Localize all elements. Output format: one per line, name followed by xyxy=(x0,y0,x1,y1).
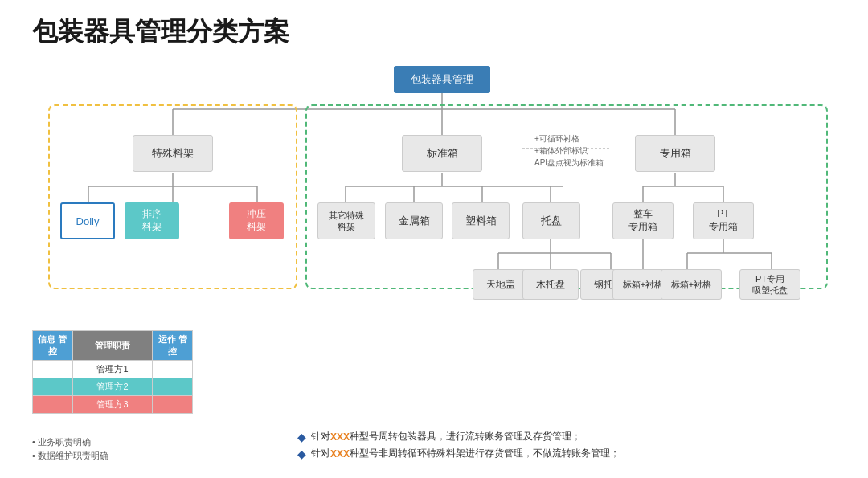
pallet-node: 托盘 xyxy=(522,202,580,239)
note-1-before: 针对 xyxy=(311,430,330,443)
yellow-group-box xyxy=(48,104,297,289)
diamond-icon-1: ◆ xyxy=(297,431,306,443)
bullet-1: • 业务职责明确 xyxy=(32,436,108,448)
table-col-info-1 xyxy=(33,361,73,378)
bullet-list: • 业务职责明确 • 数据维护职责明确 xyxy=(32,436,108,464)
standard-box-annotation: +可循环衬格 +箱体外部标识 API盘点视为标准箱 xyxy=(534,133,604,169)
note-1-highlight: XXX xyxy=(330,431,350,443)
note-line-1: ◆ 针对 XXX 种型号周转包装器具，进行流转账务管理及存货管理； xyxy=(297,430,620,443)
table-row-3: 管理方3 xyxy=(72,396,153,414)
wood-pallet-node: 木托盘 xyxy=(522,269,579,300)
note-2-highlight: XXX xyxy=(330,448,350,460)
diamond-icon-2: ◆ xyxy=(297,447,306,460)
pt-suction-node: PT专用 吸塑托盘 xyxy=(739,269,800,300)
table-row-2: 管理方2 xyxy=(72,378,153,396)
sky-cover-node: 天地盖 xyxy=(473,269,529,300)
metal-box-node: 金属箱 xyxy=(385,202,443,239)
note-2-after: 种型号非周转循环特殊料架进行存货管理，不做流转账务管理； xyxy=(350,447,620,460)
table-col-info-2 xyxy=(33,378,73,396)
table-col-ops-2 xyxy=(153,378,193,396)
root-node: 包装器具管理 xyxy=(394,66,490,93)
note-line-2: ◆ 针对 XXX 种型号非周转循环特殊料架进行存货管理，不做流转账务管理； xyxy=(297,447,620,460)
label-insert2-node: 标箱+衬格 xyxy=(661,269,722,300)
bullet-2: • 数据维护职责明确 xyxy=(32,450,108,462)
plastic-box-node: 塑料箱 xyxy=(452,202,510,239)
note-1-after: 种型号周转包装器具，进行流转账务管理及存货管理； xyxy=(350,430,581,443)
table-col-ops-3 xyxy=(153,396,193,414)
info-table: 信息 管控 管理职责 运作 管控 管理方1 管理方2 管理方3 xyxy=(32,330,193,414)
table-header-ops: 运作 管控 xyxy=(153,331,193,361)
sort-rack-node: 排序 料架 xyxy=(125,202,179,239)
table-col-ops-1 xyxy=(153,361,193,378)
bottom-notes: ◆ 针对 XXX 种型号周转包装器具，进行流转账务管理及存货管理； ◆ 针对 X… xyxy=(297,430,620,464)
dolly-node: Dolly xyxy=(60,202,115,239)
standard-box-node: 标准箱 xyxy=(402,135,482,172)
table-row-1: 管理方1 xyxy=(72,361,153,378)
page-title: 包装器具管理分类方案 xyxy=(32,14,289,50)
special-rack-node: 特殊料架 xyxy=(133,135,213,172)
pt-box-node: PT 专用箱 xyxy=(693,202,754,239)
note-2-before: 针对 xyxy=(311,447,330,460)
press-rack-node: 冲压 料架 xyxy=(229,202,284,239)
table-header-manage: 管理职责 xyxy=(72,331,153,361)
other-special-node: 其它特殊 料架 xyxy=(317,202,375,239)
special-box-node: 专用箱 xyxy=(635,135,715,172)
whole-car-node: 整车 专用箱 xyxy=(612,202,674,239)
table-col-info-3 xyxy=(33,396,73,414)
table-header-info: 信息 管控 xyxy=(33,331,73,361)
